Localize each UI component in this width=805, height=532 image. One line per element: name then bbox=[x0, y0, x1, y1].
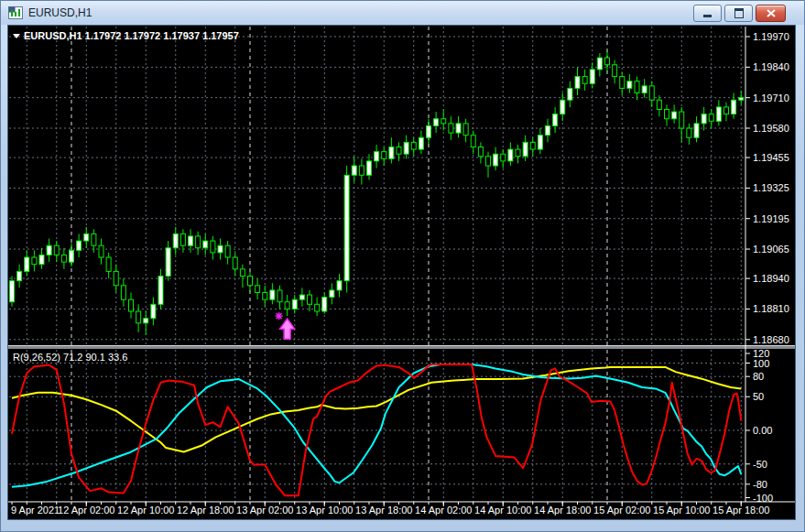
window-controls bbox=[691, 5, 786, 22]
candle-body bbox=[739, 98, 744, 101]
candle-body bbox=[427, 125, 431, 137]
candle-body bbox=[17, 271, 22, 280]
title-bar[interactable]: EURUSD,H1 bbox=[1, 1, 804, 25]
price-scale[interactable]: 1.199701.198401.197101.195801.194551.193… bbox=[745, 31, 789, 504]
oscillator-tick-label: 0.00 bbox=[753, 425, 772, 436]
oscillator-tick-label: -80 bbox=[753, 479, 767, 490]
candle-body bbox=[263, 292, 267, 299]
candle-body bbox=[144, 319, 148, 323]
candle-body bbox=[613, 65, 617, 77]
candle-body bbox=[151, 304, 156, 318]
candle-body bbox=[211, 241, 215, 253]
time-tick-label: 15 Apr 10:00 bbox=[653, 505, 710, 516]
candle-body bbox=[657, 100, 661, 109]
time-tick-label: 12 Apr 02:00 bbox=[58, 505, 114, 516]
candle-body bbox=[256, 286, 260, 293]
candle-body bbox=[39, 255, 44, 264]
minimize-button[interactable] bbox=[693, 5, 722, 22]
price-tick-label: 1.19710 bbox=[753, 92, 789, 103]
candle-body bbox=[702, 114, 706, 124]
candle-body bbox=[344, 175, 349, 280]
candle-body bbox=[508, 149, 513, 161]
candle-body bbox=[173, 233, 178, 247]
time-tick-label: 12 Apr 18:00 bbox=[177, 505, 234, 516]
candle-body bbox=[330, 290, 334, 298]
candle-body bbox=[352, 166, 356, 175]
candle-body bbox=[389, 147, 394, 159]
panel-separator[interactable] bbox=[8, 345, 795, 346]
price-tick-label: 1.19580 bbox=[753, 123, 789, 134]
star-icon bbox=[276, 312, 283, 320]
chart-app-icon bbox=[8, 6, 23, 19]
time-tick-label: 12 Apr 10:00 bbox=[117, 505, 174, 516]
candle-body bbox=[665, 109, 669, 118]
time-scale[interactable]: 9 Apr 202112 Apr 02:0012 Apr 10:0012 Apr… bbox=[11, 502, 769, 516]
candle-body bbox=[225, 245, 230, 257]
candle-body bbox=[218, 245, 223, 253]
candle-body bbox=[180, 233, 185, 245]
candle-body bbox=[292, 299, 297, 309]
candle-body bbox=[449, 124, 453, 133]
candle-body bbox=[680, 112, 684, 128]
candle-body bbox=[627, 81, 632, 89]
ohlc-readout: EURUSD,H1 1.17972 1.17972 1.17937 1.1795… bbox=[24, 30, 239, 41]
time-tick-label: 15 Apr 02:00 bbox=[593, 505, 650, 516]
price-tick-label: 1.19325 bbox=[753, 182, 789, 193]
time-tick-label: 14 Apr 02:00 bbox=[415, 505, 472, 516]
candle-body bbox=[538, 136, 542, 149]
price-tick-label: 1.19840 bbox=[753, 61, 789, 72]
candle-body bbox=[441, 119, 446, 124]
minimize-icon bbox=[703, 15, 712, 17]
candle-body bbox=[642, 86, 647, 93]
time-tick-label: 15 Apr 18:00 bbox=[713, 505, 769, 516]
restore-icon bbox=[734, 8, 744, 18]
candle-body bbox=[397, 147, 401, 155]
candle-body bbox=[590, 70, 594, 83]
oscillator-tick-label: -50 bbox=[753, 459, 767, 470]
candle-body bbox=[478, 147, 483, 157]
candle-body bbox=[322, 298, 327, 311]
restore-button[interactable] bbox=[724, 5, 753, 22]
close-icon bbox=[767, 9, 776, 17]
candle-body bbox=[315, 304, 320, 311]
chart-client-area: 1.199701.198401.197101.195801.194551.193… bbox=[8, 26, 795, 519]
candle-body bbox=[605, 58, 610, 65]
chart-canvas[interactable]: 1.199701.198401.197101.195801.194551.193… bbox=[8, 26, 795, 519]
time-tick-label: 13 Apr 02:00 bbox=[236, 505, 293, 516]
candle-body bbox=[92, 233, 96, 245]
candle-body bbox=[367, 161, 372, 175]
candle-body bbox=[471, 136, 475, 147]
price-tick-label: 1.18680 bbox=[753, 334, 789, 345]
candle-body bbox=[299, 295, 304, 299]
up-arrow-icon bbox=[280, 319, 295, 339]
candle-body bbox=[568, 88, 572, 100]
candle-body bbox=[635, 81, 639, 93]
candle-body bbox=[277, 290, 282, 302]
candle-body bbox=[494, 154, 498, 166]
candle-body bbox=[121, 286, 125, 299]
candle-body bbox=[597, 58, 602, 70]
candle-body bbox=[84, 233, 89, 241]
indicator-label: R(9,26,52) 71.2 90.1 33.6 bbox=[13, 352, 127, 363]
candle-body bbox=[649, 86, 654, 100]
axes bbox=[8, 27, 795, 502]
close-button[interactable] bbox=[756, 5, 786, 22]
candle-body bbox=[411, 142, 416, 149]
candle-body bbox=[114, 271, 118, 285]
price-tick-label: 1.18940 bbox=[753, 273, 789, 284]
candle-body bbox=[77, 241, 82, 250]
candle-body bbox=[620, 77, 625, 89]
candle-body bbox=[270, 290, 275, 299]
candle-body bbox=[419, 137, 423, 149]
candle-body bbox=[70, 250, 74, 262]
grid-horizontal bbox=[9, 37, 745, 484]
candle-body bbox=[203, 241, 208, 248]
candle-body bbox=[582, 77, 587, 84]
candle-body bbox=[724, 107, 729, 114]
candle-body bbox=[694, 124, 699, 137]
candle-body bbox=[501, 154, 506, 161]
chart-window: EURUSD,H1 1.199701.198401.197101.195801.… bbox=[0, 0, 805, 532]
candle-body bbox=[61, 255, 66, 262]
candle-body bbox=[516, 149, 520, 157]
time-tick-label: 13 Apr 18:00 bbox=[355, 505, 412, 516]
